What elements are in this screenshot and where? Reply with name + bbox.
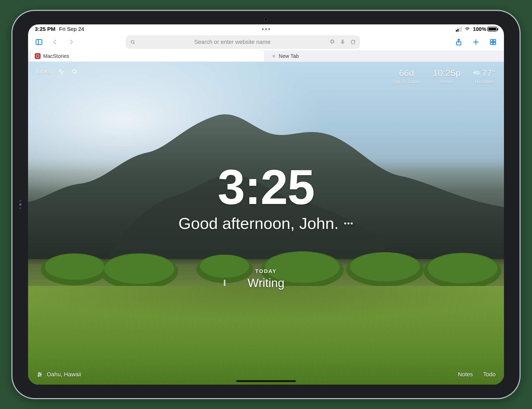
wifi-icon xyxy=(464,27,470,31)
tab-label: MacStories xyxy=(43,53,69,59)
screen: 3:25 PM Fri Sep 24 100% xyxy=(28,24,504,385)
svg-line-3 xyxy=(134,43,135,44)
countdown-value: 66d xyxy=(392,68,421,78)
focus-value: Writing xyxy=(248,276,284,290)
extensions-icon[interactable] xyxy=(329,39,335,45)
world-clock-value: 10:25p xyxy=(433,68,461,78)
back-button[interactable] xyxy=(49,36,61,48)
svg-point-29 xyxy=(474,72,476,73)
multitask-pill[interactable] xyxy=(262,28,270,30)
notes-button[interactable]: Notes xyxy=(458,371,473,378)
svg-line-28 xyxy=(76,73,77,74)
weather-widget[interactable]: 77° Hinsdale xyxy=(473,68,496,85)
svg-point-22 xyxy=(200,255,249,278)
new-tab-page: Links 66d Trip To Dublin 10:25p Rome xyxy=(28,62,504,385)
grass-field xyxy=(28,286,504,385)
tab-overview-button[interactable] xyxy=(487,36,499,48)
svg-point-25 xyxy=(428,253,497,283)
smart-connector xyxy=(19,200,21,209)
main-clock: 3:25 xyxy=(28,162,504,212)
address-bar[interactable]: Search or enter website name xyxy=(126,36,360,49)
front-camera xyxy=(264,18,268,21)
svg-point-2 xyxy=(131,40,134,43)
address-placeholder: Search or enter website name xyxy=(139,39,326,45)
weather-value: 77° xyxy=(482,68,496,78)
photo-location-label: Oahu, Hawaii xyxy=(47,371,81,378)
svg-point-34 xyxy=(38,373,39,374)
tab-new[interactable]: New Tab xyxy=(267,50,501,62)
cellular-icon xyxy=(456,27,462,32)
svg-rect-4 xyxy=(342,40,343,42)
svg-rect-0 xyxy=(36,39,42,45)
reload-icon[interactable] xyxy=(350,39,356,45)
svg-point-21 xyxy=(104,254,174,284)
svg-point-38 xyxy=(38,376,39,377)
countdown-widget[interactable]: 66d Trip To Dublin xyxy=(392,68,421,85)
world-clock-widget[interactable]: 10:25p Rome xyxy=(433,68,461,85)
todo-button[interactable]: Todo xyxy=(483,371,496,378)
battery-indicator: 100% xyxy=(473,26,497,32)
sidebar-button[interactable] xyxy=(33,36,45,48)
search-icon xyxy=(130,39,136,45)
share-button[interactable] xyxy=(453,36,464,48)
focus-label: TODAY xyxy=(248,268,284,274)
svg-point-24 xyxy=(350,252,420,281)
countdown-label: Trip To Dublin xyxy=(392,79,421,85)
weather-icon xyxy=(473,70,480,77)
tab-strip: MacStories New Tab xyxy=(28,50,504,62)
greeting-more-icon[interactable]: ••• xyxy=(344,219,354,228)
focus-block[interactable]: TODAY Writing xyxy=(248,268,284,290)
forward-button[interactable] xyxy=(65,36,77,48)
photo-location[interactable]: Oahu, Hawaii xyxy=(36,371,81,378)
settings-sliders-icon xyxy=(36,372,43,377)
new-tab-button[interactable] xyxy=(470,36,482,48)
status-date: Fri Sep 24 xyxy=(59,26,84,32)
greeting-text: Good afternoon, John. xyxy=(178,214,339,233)
world-clock-label: Rome xyxy=(433,79,461,85)
favicon-macstories xyxy=(35,53,41,59)
tab-macstories[interactable]: MacStories xyxy=(31,50,265,62)
svg-point-27 xyxy=(72,70,76,73)
svg-point-20 xyxy=(45,254,104,280)
voice-icon[interactable] xyxy=(340,39,345,45)
activity-icon[interactable] xyxy=(58,68,64,75)
svg-point-36 xyxy=(40,374,41,375)
tab-label: New Tab xyxy=(279,53,299,59)
ipad-frame: 3:25 PM Fri Sep 24 100% xyxy=(11,10,521,399)
battery-pct: 100% xyxy=(473,26,486,32)
safari-toolbar: Search or enter website name xyxy=(28,34,504,50)
links-button[interactable]: Links xyxy=(36,68,51,75)
home-indicator[interactable] xyxy=(236,380,296,382)
weather-label: Hinsdale xyxy=(473,79,496,85)
svg-rect-8 xyxy=(490,39,493,42)
search-icon[interactable] xyxy=(71,68,78,75)
svg-rect-9 xyxy=(493,39,496,42)
status-bar: 3:25 PM Fri Sep 24 100% xyxy=(28,24,504,34)
svg-rect-10 xyxy=(490,42,493,45)
status-time: 3:25 PM xyxy=(35,26,55,32)
svg-rect-11 xyxy=(493,42,496,45)
close-tab-icon[interactable] xyxy=(271,54,276,58)
